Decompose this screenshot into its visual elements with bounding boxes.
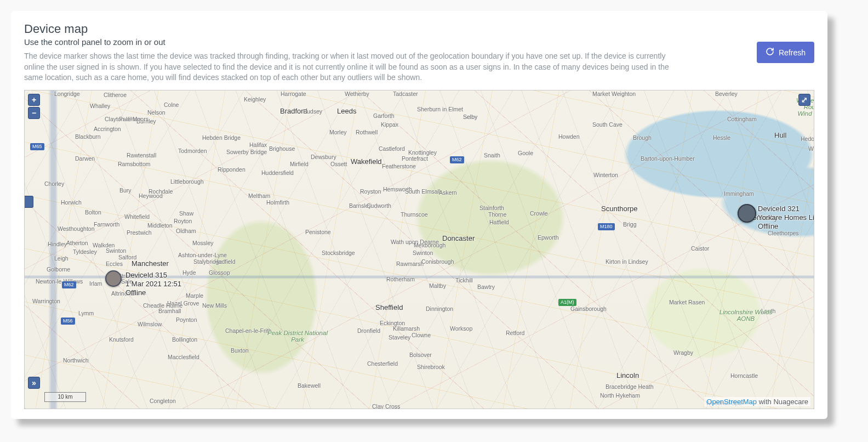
scale-bar: 10 km bbox=[44, 392, 86, 402]
header-text-block: Device map Use the control panel to zoom… bbox=[24, 22, 746, 83]
map-container[interactable]: LeedsBradfordManchesterWakefieldSheffiel… bbox=[24, 90, 814, 409]
page-title: Device map bbox=[24, 22, 746, 36]
device-marker[interactable] bbox=[738, 204, 756, 223]
attribution-suffix: with Nuagecare bbox=[757, 398, 808, 406]
page-description: The device marker shows the last time th… bbox=[24, 51, 671, 83]
device-marker[interactable] bbox=[105, 270, 122, 287]
layer-panel-toggle[interactable] bbox=[25, 196, 33, 208]
zoom-controls: + − bbox=[28, 94, 40, 119]
fullscreen-button[interactable]: ⤢ bbox=[798, 94, 810, 106]
page-subtitle: Use the control panel to zoom in or out bbox=[24, 37, 746, 47]
refresh-label: Refresh bbox=[779, 48, 806, 57]
zoom-in-button[interactable]: + bbox=[28, 94, 40, 106]
map-tiles[interactable] bbox=[25, 90, 814, 409]
refresh-icon bbox=[766, 47, 774, 58]
map-attribution: OpenStreetMap with Nuagecare bbox=[704, 397, 810, 406]
openstreetmap-link[interactable]: OpenStreetMap bbox=[706, 398, 757, 406]
collapse-panel-button[interactable]: » bbox=[28, 377, 40, 389]
device-map-card: Device map Use the control panel to zoom… bbox=[11, 11, 827, 419]
refresh-button[interactable]: Refresh bbox=[757, 42, 814, 63]
zoom-out-button[interactable]: − bbox=[28, 107, 40, 119]
header-row: Device map Use the control panel to zoom… bbox=[24, 22, 814, 83]
